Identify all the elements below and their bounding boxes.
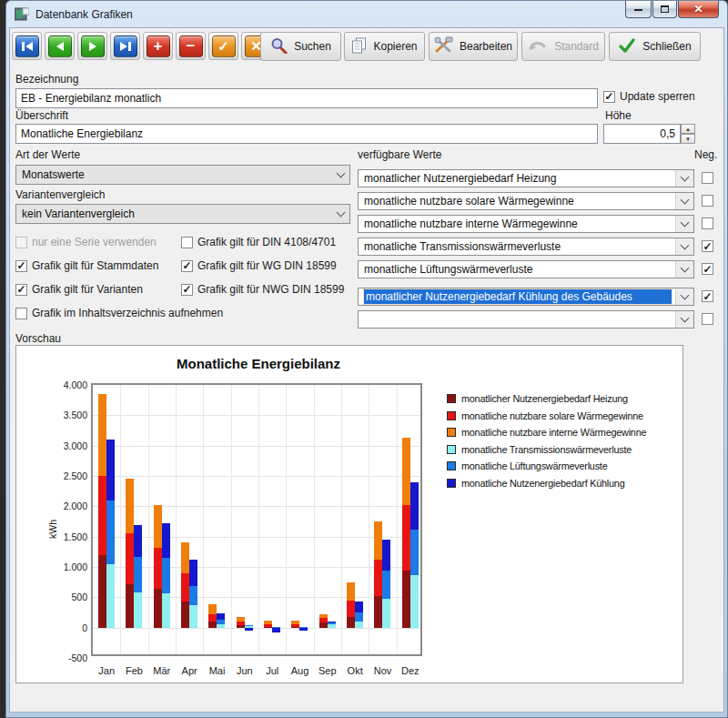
neg-checkbox-3[interactable]: ✓ <box>702 240 713 252</box>
bar-losses <box>272 628 280 633</box>
variantenvergleich-select[interactable]: kein Variantenvergleich <box>15 204 350 224</box>
werte-select-arrow-2[interactable] <box>675 216 693 232</box>
minimize-button[interactable] <box>625 1 652 18</box>
option-checkbox-label-5: Grafik gilt für NWG DIN 18599 <box>197 283 344 296</box>
gridline-h <box>93 628 420 629</box>
option-checkbox-5[interactable]: ✓Grafik gilt für NWG DIN 18599 <box>181 283 344 296</box>
y-axis-tick: 3.500 <box>46 410 87 420</box>
werte-select-arrow-0[interactable] <box>675 170 693 187</box>
neg-checkbox-5[interactable]: ✓ <box>702 290 713 302</box>
option-checkbox-2[interactable]: ✓Grafik gilt für Stammdaten <box>15 259 158 272</box>
ueberschrift-input[interactable] <box>15 124 598 144</box>
close-dialog-button[interactable]: Schließen <box>609 32 701 61</box>
option-checkbox-label-3: Grafik gilt für WG DIN 18599 <box>197 259 337 272</box>
search-button[interactable]: Suchen <box>260 32 341 61</box>
delete-record-button[interactable]: − <box>176 32 206 60</box>
first-record-button[interactable] <box>12 32 42 60</box>
checkbox-check-icon: ✓ <box>15 260 27 272</box>
first-icon <box>15 35 39 57</box>
bar-gains <box>126 533 134 584</box>
bar-gains <box>291 624 299 626</box>
tools-icon <box>434 36 453 56</box>
post-record-button[interactable]: ✓ <box>208 32 238 60</box>
werte-select-6[interactable] <box>358 310 694 329</box>
checkbox-empty-icon <box>702 313 713 325</box>
werte-select-arrow-1[interactable] <box>675 193 693 209</box>
chevron-down-icon <box>681 263 690 272</box>
last-record-button[interactable] <box>110 32 140 60</box>
close-button[interactable]: ✕ <box>678 1 719 18</box>
werte-select-5[interactable]: monatlicher Nutzenergiebedarf Kühlung de… <box>358 288 694 306</box>
werte-select-arrow-6[interactable] <box>675 311 693 328</box>
werte-select-4[interactable]: monatliche Lüftungswärmeverluste <box>358 260 694 278</box>
next-record-button[interactable] <box>77 32 107 60</box>
neg-checkbox-1[interactable] <box>702 195 713 207</box>
chevron-down-icon <box>681 195 690 204</box>
werte-select-arrow-5[interactable] <box>675 288 693 305</box>
bar-gains <box>319 622 328 627</box>
bar-losses <box>410 482 419 530</box>
edit-button[interactable]: Bearbeiten <box>429 32 518 61</box>
gridline-h <box>93 446 420 447</box>
werte-select-arrow-4[interactable] <box>675 261 693 278</box>
y-axis-tick: 3.000 <box>46 440 87 451</box>
werte-select-2[interactable]: monatliche nutzbare interne Wärmegewinne <box>358 215 694 233</box>
standard-button: Standard <box>521 32 605 61</box>
werte-select-3[interactable]: monatliche Transmissionswärmeverluste <box>358 238 694 256</box>
dialog-window: Datenbank Grafiken ✕ +−✓✕ Suchen <box>5 0 728 718</box>
search-icon <box>270 37 288 56</box>
maximize-button[interactable] <box>652 1 677 18</box>
bar-gains <box>319 618 328 622</box>
add-record-button[interactable]: + <box>143 32 173 60</box>
bar-losses <box>245 628 253 631</box>
werte-select-arrow-3[interactable] <box>675 238 693 255</box>
bar-gains <box>347 582 355 601</box>
option-checkbox-3[interactable]: ✓Grafik gilt für WG DIN 18599 <box>181 259 337 272</box>
copy-button[interactable]: Kopieren <box>344 32 425 61</box>
legend-swatch <box>447 411 456 420</box>
bar-gains <box>264 627 272 628</box>
hoehe-input[interactable] <box>603 124 681 144</box>
werte-select-value-5: monatlicher Nutzenergiebedarf Kühlung de… <box>364 289 672 304</box>
previous-record-button[interactable] <box>45 32 75 60</box>
art-der-werte-select[interactable]: Monatswerte <box>15 165 350 185</box>
bar-gains <box>402 505 410 571</box>
titlebar[interactable]: Datenbank Grafiken ✕ <box>6 1 727 27</box>
neg-checkbox-4[interactable]: ✓ <box>702 263 713 275</box>
neg-checkbox-2[interactable] <box>702 217 713 229</box>
bar-gains <box>347 617 355 628</box>
option-checkbox-6[interactable]: Grafik im Inhaltsverzeichnis aufnehmen <box>15 307 223 319</box>
checkbox-check-icon: ✓ <box>181 284 193 296</box>
hoehe-spinner[interactable]: ▲ ▼ <box>681 124 695 144</box>
legend-item: monatliche nutzbare solare Wärmegewinne <box>447 410 643 421</box>
werte-select-value-2: monatliche nutzbare interne Wärmegewinne <box>364 217 675 230</box>
y-axis-title: kWh <box>47 520 58 539</box>
edit-button-label: Bearbeiten <box>460 40 512 53</box>
spinner-down-icon[interactable]: ▼ <box>681 134 695 144</box>
x-axis-label: Sep <box>314 665 341 676</box>
werte-select-0[interactable]: monatlicher Nutzenergiebedarf Heizung <box>358 169 694 187</box>
werte-select-value-1: monatliche nutzbare solare Wärmegewinne <box>364 195 675 207</box>
vorschau-label: Vorschau <box>15 332 61 345</box>
bezeichnung-input[interactable] <box>15 88 598 108</box>
gridline-v <box>314 385 315 654</box>
checkbox-check-icon: ✓ <box>702 290 713 302</box>
option-checkbox-4[interactable]: ✓Grafik gilt für Varianten <box>15 283 143 296</box>
bar-gains <box>402 571 410 628</box>
option-checkbox-1[interactable]: Grafik gilt für DIN 4108/4701 <box>181 236 336 248</box>
gridline-v <box>369 385 369 654</box>
ueberschrift-label: Überschrift <box>15 109 68 122</box>
update-sperren-checkbox[interactable]: ✓ Update sperren <box>603 90 695 103</box>
bar-gains <box>208 614 217 621</box>
werte-select-1[interactable]: monatliche nutzbare solare Wärmegewinne <box>358 192 694 210</box>
neg-checkbox-6[interactable] <box>702 313 713 325</box>
bar-losses <box>189 586 197 605</box>
neg-checkbox-0[interactable] <box>702 172 713 184</box>
bar-gains <box>181 602 189 628</box>
spinner-up-icon[interactable]: ▲ <box>681 124 695 134</box>
bar-gains <box>374 560 382 596</box>
legend-swatch <box>447 428 456 437</box>
checkbox-check-icon: ✓ <box>702 240 713 252</box>
bar-losses <box>382 540 390 571</box>
bar-gains <box>237 622 245 625</box>
